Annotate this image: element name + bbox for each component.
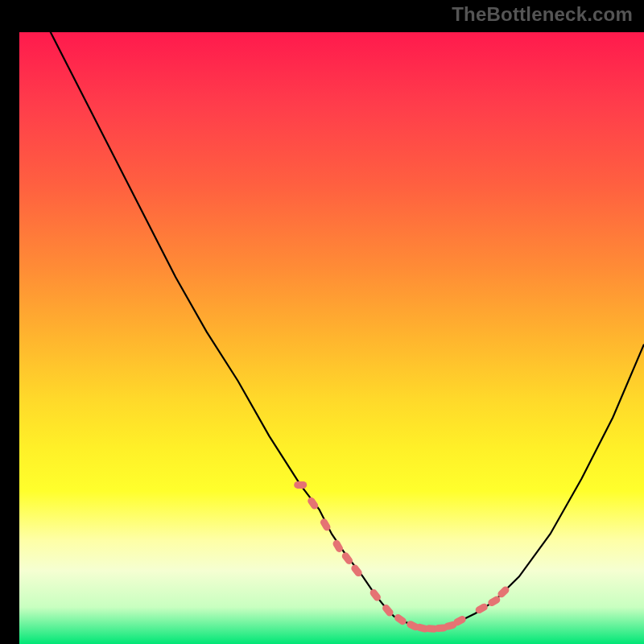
highlight-dot bbox=[393, 613, 407, 626]
curve-path bbox=[19, 0, 644, 629]
bottleneck-curve bbox=[19, 32, 644, 644]
plot-area bbox=[19, 32, 644, 644]
chart-frame bbox=[10, 10, 634, 634]
watermark-text: TheBottleneck.com bbox=[452, 3, 633, 26]
highlight-dot bbox=[294, 481, 307, 489]
highlight-dot bbox=[332, 539, 345, 553]
highlight-dots bbox=[294, 481, 510, 634]
